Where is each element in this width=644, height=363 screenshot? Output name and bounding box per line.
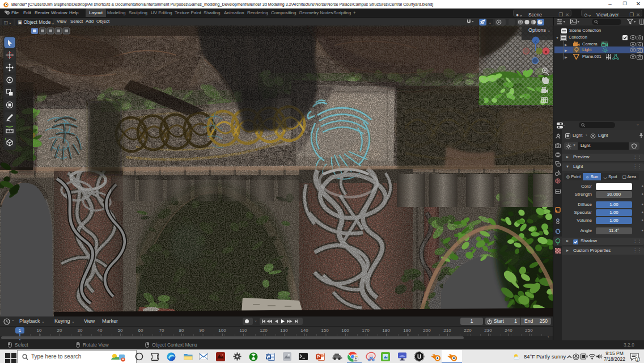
svg-text:Z: Z — [535, 39, 537, 44]
svg-text:✕: ✕ — [544, 50, 548, 54]
svg-text:Options ⌄: Options ⌄ — [528, 27, 550, 33]
